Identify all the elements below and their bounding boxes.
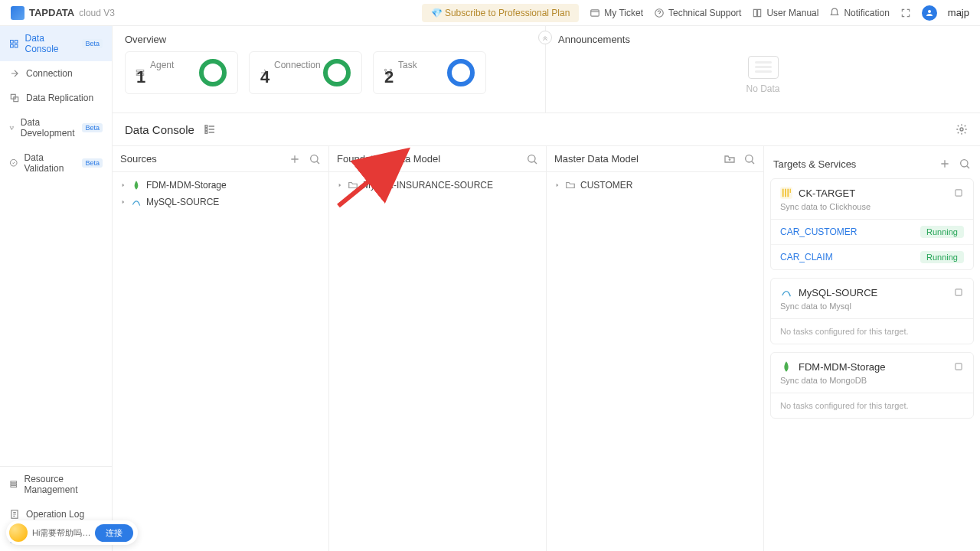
replication-icon [9,93,20,103]
task-row: CAR_CLAIM Running [771,245,973,269]
top-header: TAPDATA cloud V3 💎 Subscribe to Professi… [0,0,980,26]
svg-point-31 [528,155,535,161]
console-icon [9,38,19,49]
svg-point-33 [961,160,968,167]
console-bar: Data Console [113,113,980,145]
caret-icon [554,182,560,188]
master-column: Master Data Model CUSTOMER [547,146,764,551]
beta-badge: Beta [82,123,103,132]
connection-icon [9,68,20,79]
overview-title: Overview [125,34,533,45]
svg-point-30 [311,155,318,161]
empty-icon [748,56,779,79]
target-card-mysql: MySQL-SOURCE Sync data to Mysql No tasks… [770,278,974,344]
tree-item-customer[interactable]: CUSTOMER [553,177,757,194]
add-target-button[interactable] [939,158,951,170]
collapse-button[interactable] [538,31,552,44]
sidebar-item-connection[interactable]: Connection [0,61,112,86]
subscribe-button[interactable]: 💎 Subscribe to Professional Plan [422,4,580,22]
donut-chart-icon [198,57,228,88]
stat-value: 1 [136,67,145,87]
no-data-label: No Data [746,83,779,94]
sidebar-item-validation[interactable]: Data Validation Beta [0,145,112,181]
tree-item-mysql-source[interactable]: MySQL-SOURCE [119,194,322,210]
ticket-label: My Ticket [604,8,643,18]
stat-value: 4 [260,67,270,87]
validation-icon [9,158,18,168]
svg-rect-13 [11,481,17,483]
search-foundation-button[interactable] [526,153,538,165]
stat-label: Connection [274,60,321,70]
tree-label: MySQL-SOURCE [146,197,219,207]
targets-column: Targets & Services CK-TARGET Sync data t… [764,146,980,551]
search-targets-button[interactable] [959,158,971,170]
sidebar-item-data-console[interactable]: Data Console Beta [0,26,112,61]
manual-icon [752,8,763,18]
search-master-button[interactable] [743,153,756,165]
svg-rect-14 [11,484,17,485]
list-view-icon[interactable] [204,123,216,135]
notification-link[interactable]: Notification [829,8,889,18]
tree-item-insurance[interactable]: MySQL-INSURANCE-SOURCE [335,177,540,194]
caret-icon [120,199,126,205]
task-link[interactable]: CAR_CUSTOMER [780,227,857,237]
stat-card-connection[interactable]: Connection 4 [249,51,362,94]
svg-point-32 [746,155,753,161]
logo[interactable]: TAPDATA [11,6,74,20]
target-menu-icon[interactable] [953,187,964,198]
tree-label: MySQL-INSURANCE-SOURCE [363,180,493,191]
fullscreen-icon[interactable] [900,8,911,18]
new-folder-button[interactable] [724,153,736,165]
sidebar-item-resource[interactable]: Resource Management [0,467,112,502]
folder-icon [348,180,358,191]
svg-rect-15 [11,486,17,487]
development-icon [9,122,15,133]
logo-icon [11,6,24,20]
foundation-title: Foundation Data Model [337,153,440,165]
settings-icon[interactable] [956,123,968,135]
target-menu-icon[interactable] [953,361,964,372]
sources-title: Sources [120,153,157,165]
chat-widget[interactable]: Hi需要帮助吗… 连接 [6,520,138,545]
tree-item-fdm-storage[interactable]: FDM-MDM-Storage [119,177,322,194]
chat-connect-button[interactable]: 连接 [95,524,133,542]
target-menu-icon[interactable] [953,287,964,298]
sidebar-label: Resource Management [24,474,103,495]
sidebar-item-development[interactable]: Data Development Beta [0,110,112,145]
target-title: FDM-MDM-Storage [799,361,885,373]
svg-rect-26 [205,126,207,128]
master-tree: CUSTOMER [547,172,763,198]
svg-point-29 [960,128,963,131]
manual-link[interactable]: User Manual [752,8,818,18]
stat-card-agent[interactable]: Agent 1 [125,51,238,94]
chevron-up-icon [541,34,549,41]
svg-rect-5 [11,44,14,47]
target-title: MySQL-SOURCE [799,287,877,298]
sidebar-item-replication[interactable]: Data Replication [0,86,112,110]
stat-card-task[interactable]: Task 2 [373,51,486,94]
notification-label: Notification [844,8,889,18]
console-title: Data Console [125,123,194,136]
version-label: cloud V3 [79,8,115,18]
svg-rect-34 [782,189,784,197]
task-row: CAR_CUSTOMER Running [771,220,973,245]
svg-rect-38 [956,190,962,196]
support-link[interactable]: Technical Support [654,8,741,18]
support-label: Technical Support [668,8,741,18]
add-source-button[interactable] [289,153,301,165]
svg-rect-27 [205,129,207,131]
svg-rect-6 [15,44,18,47]
svg-rect-4 [15,40,18,43]
svg-point-9 [10,126,11,127]
target-title: CK-TARGET [799,187,855,199]
avatar-icon[interactable] [922,5,937,21]
task-link[interactable]: CAR_CLAIM [780,252,833,262]
sidebar-label: Connection [26,68,73,79]
overview-panel: Overview Agent 1 Connection 4 [113,26,545,112]
announcements-title: Announcements [558,34,968,45]
username-label[interactable]: majp [948,7,969,18]
search-sources-button[interactable] [309,153,321,165]
svg-point-20 [201,61,224,84]
my-ticket-link[interactable]: My Ticket [590,8,643,18]
svg-point-11 [11,129,12,129]
